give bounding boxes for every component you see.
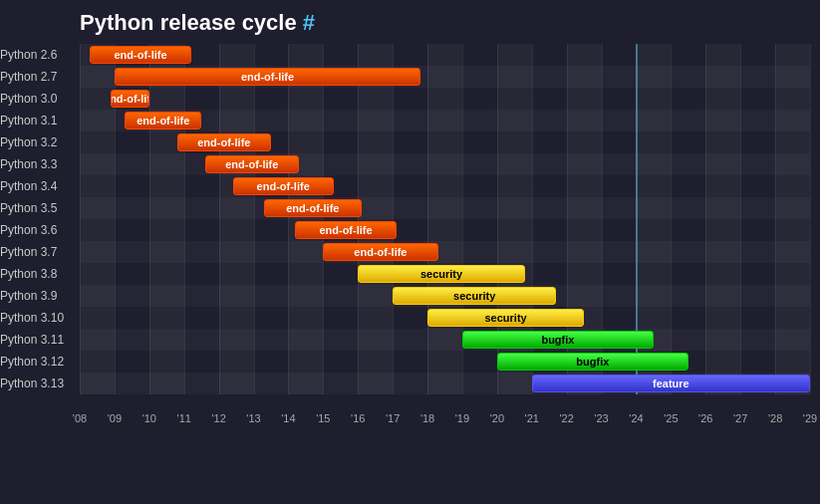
version-bar-eol: end-of-life: [264, 199, 362, 217]
version-label: Python 3.4: [0, 175, 57, 197]
version-bar-eol: end-of-life: [233, 177, 334, 195]
year-label: '13: [246, 412, 260, 424]
version-label: Python 2.6: [0, 44, 57, 66]
chart-row: [80, 175, 810, 197]
version-label: Python 3.2: [0, 131, 57, 153]
chart-row: [80, 197, 810, 219]
chart-row: [80, 329, 810, 351]
version-bar-eol: end-of-life: [115, 68, 420, 86]
year-label: '20: [490, 412, 504, 424]
chart-row: [80, 219, 810, 241]
version-label: Python 3.9: [0, 285, 57, 307]
year-label: '21: [525, 412, 539, 424]
version-label: Python 3.11: [0, 329, 64, 351]
version-label: Python 3.13: [0, 373, 64, 394]
version-bar-eol: end-of-life: [111, 90, 148, 108]
version-bar-bugfix: bugfix: [497, 353, 688, 371]
version-bar-security: security: [358, 265, 525, 283]
version-bar-security: security: [427, 309, 584, 327]
year-label: '10: [142, 412, 156, 424]
version-label: Python 2.7: [0, 66, 57, 88]
year-label: '11: [177, 412, 191, 424]
year-label: '14: [281, 412, 295, 424]
title-hash: #: [303, 10, 315, 35]
year-label: '08: [73, 412, 87, 424]
year-label: '19: [455, 412, 469, 424]
title-text: Python release cycle: [80, 10, 297, 35]
year-label: '24: [629, 412, 643, 424]
version-bar-eol: end-of-life: [323, 243, 437, 261]
year-label: '29: [803, 412, 817, 424]
version-label: Python 3.1: [0, 110, 57, 131]
chart-row: [80, 241, 810, 263]
year-label: '09: [108, 412, 122, 424]
version-label: Python 3.5: [0, 197, 57, 219]
version-label: Python 3.8: [0, 263, 57, 285]
year-label: '26: [698, 412, 712, 424]
year-label: '28: [768, 412, 782, 424]
version-bar-eol: end-of-life: [295, 221, 396, 239]
version-bar-feature: feature: [532, 375, 810, 392]
chart-title: Python release cycle#: [80, 10, 810, 36]
year-label: '16: [351, 412, 365, 424]
year-label: '22: [559, 412, 573, 424]
version-label: Python 3.7: [0, 241, 57, 263]
version-label: Python 3.0: [0, 88, 57, 110]
year-label: '17: [386, 412, 400, 424]
version-bar-eol: end-of-life: [90, 46, 190, 64]
year-label: '23: [594, 412, 608, 424]
year-label: '25: [664, 412, 678, 424]
version-label: Python 3.12: [0, 351, 64, 373]
year-label: '12: [211, 412, 225, 424]
version-label: Python 3.6: [0, 219, 57, 241]
year-label: '27: [733, 412, 747, 424]
chart-area: '08'09'10'11'12'13'14'15'16'17'18'19'20'…: [80, 44, 810, 424]
version-bar-eol: end-of-life: [205, 155, 299, 173]
version-bar-bugfix: bugfix: [462, 331, 654, 349]
chart-container: Python release cycle# '08'09'10'11'12'13…: [0, 0, 820, 504]
version-label: Python 3.10: [0, 307, 64, 329]
version-label: Python 3.3: [0, 153, 57, 175]
version-bar-eol: end-of-life: [125, 112, 201, 129]
year-label: '15: [316, 412, 330, 424]
chart-row: [80, 88, 810, 110]
version-bar-eol: end-of-life: [177, 133, 271, 151]
chart-row: [80, 153, 810, 175]
version-bar-security: security: [393, 287, 556, 305]
chart-row: [80, 351, 810, 373]
year-label: '18: [420, 412, 434, 424]
